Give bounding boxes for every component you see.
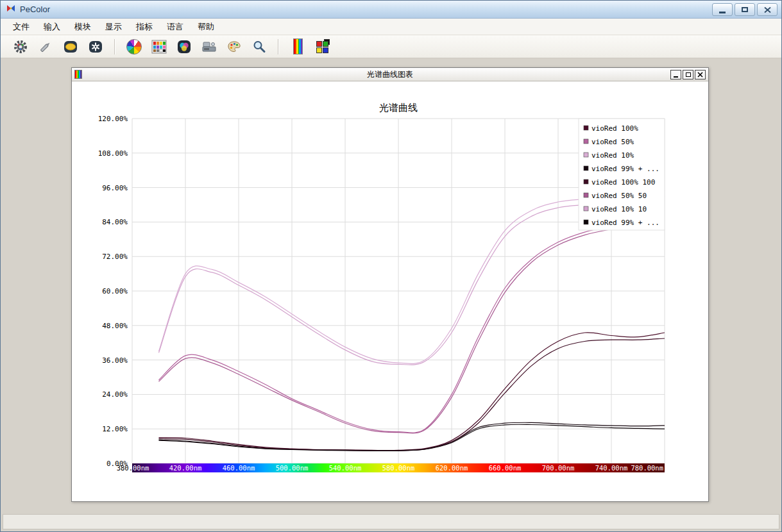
svg-text:vioRed 99% + ...: vioRed 99% + ... [591,165,659,173]
magnifier-icon [251,39,267,54]
menu-help[interactable]: 帮助 [191,19,221,35]
titlebar[interactable]: PeColor [1,1,781,19]
cmy-circles-button[interactable] [174,38,194,56]
color-squares-button[interactable] [313,38,332,56]
color-wheel-icon [126,39,142,54]
svg-text:vioRed 100% 100: vioRed 100% 100 [591,178,655,187]
chart-minimize-button[interactable] [670,70,681,79]
status-bar [3,514,779,529]
svg-text:108.00%: 108.00% [98,149,128,158]
menu-language[interactable]: 语言 [160,19,191,35]
chart-window: 光谱曲线图表 0.00%12.00%24.00%36.00%48.00%60.0… [71,67,709,502]
machine-button[interactable] [200,38,219,56]
color-wheel-button[interactable] [124,38,144,56]
svg-text:vioRed 100%: vioRed 100% [591,124,638,133]
svg-text:72.00%: 72.00% [102,253,128,261]
maximize-icon [686,72,691,77]
svg-text:36.00%: 36.00% [102,356,128,365]
chart-close-button[interactable] [695,70,706,79]
palette-icon [226,39,242,54]
svg-text:460.00nm: 460.00nm [223,464,255,472]
svg-text:580.00nm: 580.00nm [382,464,415,472]
svg-text:vioRed 50%: vioRed 50% [591,138,634,146]
window-controls [712,3,778,16]
chart-window-controls [670,70,706,79]
close-icon [764,7,771,13]
color-table-button[interactable] [149,38,169,56]
app-title: PeColor [20,4,50,14]
toolbar-separator [114,39,115,54]
svg-text:60.00%: 60.00% [102,287,128,295]
capsule-light-button[interactable] [61,38,80,56]
chart-window-title: 光谱曲线图表 [72,69,708,80]
svg-text:84.00%: 84.00% [102,218,128,226]
app-icon [6,3,16,16]
maximize-button[interactable] [735,3,755,16]
color-squares-icon [316,39,330,54]
svg-text:380.: 380. [117,464,133,472]
svg-text:660.00nm: 660.00nm [489,464,522,472]
rainbow-bar-icon [293,38,303,54]
settings-gear-icon [13,39,28,54]
svg-text:96.00%: 96.00% [102,184,128,192]
mdi-client-area: 光谱曲线图表 0.00%12.00%24.00%36.00%48.00%60.0… [1,58,781,531]
sun-flower-button[interactable] [86,38,105,56]
svg-text:120.00%: 120.00% [98,115,128,123]
menu-input[interactable]: 输入 [37,19,67,35]
svg-text:740.00nm: 740.00nm [595,464,628,472]
pen-icon [38,39,53,54]
svg-text:540.00nm: 540.00nm [329,464,362,472]
chart-maximize-button[interactable] [683,70,693,79]
rainbow-bar-button[interactable] [288,38,307,56]
svg-text:vioRed 99% + ...: vioRed 99% + ... [591,219,659,227]
chart-window-titlebar[interactable]: 光谱曲线图表 [72,68,708,81]
minimize-button[interactable] [712,3,733,16]
app-window: PeColor 文件 输入 模块 显示 指标 语言 帮助 [0,0,782,532]
palette-button[interactable] [225,38,244,56]
svg-text:780.00nm: 780.00nm [631,464,663,472]
machine-icon [201,39,217,54]
sun-flower-icon [88,39,103,54]
svg-text:48.00%: 48.00% [102,322,128,330]
close-button[interactable] [757,3,778,16]
magnifier-button[interactable] [250,38,269,56]
pen-button[interactable] [36,38,55,56]
maximize-icon [742,7,748,12]
svg-text:光谱曲线: 光谱曲线 [379,102,418,113]
toolbar-separator [278,39,279,54]
minimize-icon [719,12,726,13]
toolbar [1,35,781,58]
svg-text:vioRed 50% 50: vioRed 50% 50 [591,192,647,200]
cmy-circles-icon [176,39,192,54]
svg-text:00nm: 00nm [133,464,149,472]
svg-text:12.00%: 12.00% [102,425,128,433]
svg-text:vioRed 10% 10: vioRed 10% 10 [591,205,647,213]
menu-module[interactable]: 模块 [67,19,98,35]
svg-text:500.00nm: 500.00nm [276,464,309,472]
svg-text:24.00%: 24.00% [102,390,128,399]
svg-text:vioRed 10%: vioRed 10% [591,151,634,160]
menu-bar: 文件 输入 模块 显示 指标 语言 帮助 [1,19,781,35]
close-icon [697,72,703,78]
svg-text:620.00nm: 620.00nm [436,464,468,472]
capsule-light-icon [63,39,78,54]
menu-file[interactable]: 文件 [6,19,37,35]
svg-text:700.00nm: 700.00nm [542,464,575,472]
menu-metrics[interactable]: 指标 [129,19,160,35]
minimize-icon [674,76,678,78]
settings-gear-button[interactable] [11,38,30,56]
svg-text:420.00nm: 420.00nm [169,464,202,472]
color-table-icon [151,40,167,54]
menu-display[interactable]: 显示 [98,19,129,35]
spectral-curve-chart: 0.00%12.00%24.00%36.00%48.00%60.00%72.00… [72,81,708,501]
